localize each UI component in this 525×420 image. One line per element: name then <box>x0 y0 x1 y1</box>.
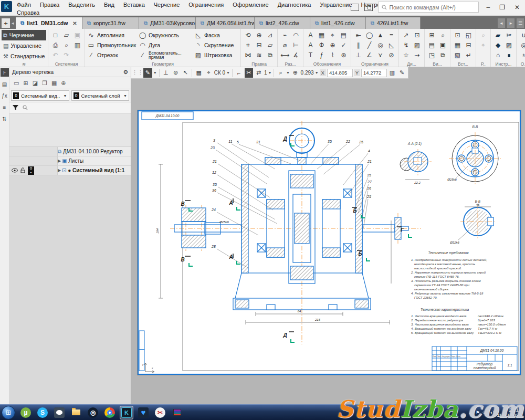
rectangle-button[interactable]: ▭Прямоугольник <box>87 40 138 50</box>
visibility-eye-icon[interactable] <box>12 168 18 173</box>
diagnostic-tool-icon[interactable]: ▨ <box>412 40 423 50</box>
snap-toggle-icon[interactable]: ✂ <box>245 68 254 78</box>
tab-list2-426[interactable]: ⧉list2_426.cdw <box>255 17 310 29</box>
tree-tool-icon[interactable]: ▦ <box>51 80 57 87</box>
constraint-tool-icon[interactable]: ╱ <box>364 40 375 50</box>
tree-tool-icon[interactable]: ❐ <box>42 80 47 87</box>
tree-tool-icon[interactable]: ⊞ <box>23 80 28 87</box>
taskbar-kompas-icon[interactable]: K <box>120 406 133 419</box>
print-icon[interactable]: ⎙ <box>50 40 61 50</box>
taskbar-steam-icon[interactable]: ◎ <box>86 406 100 419</box>
mode-drawing[interactable]: ⧉Черчение <box>2 30 46 40</box>
edit-tool-icon[interactable]: ≋ <box>254 50 265 60</box>
start-button[interactable]: ⊞ <box>2 406 15 419</box>
zoom-tool-icon[interactable]: ⌖ <box>478 40 489 50</box>
dimension-tool-icon[interactable]: ∡ <box>290 50 301 60</box>
notation-tool-icon[interactable]: ⊕ <box>327 40 338 50</box>
taskbar-utorrent-icon[interactable]: µ <box>19 406 33 419</box>
constraint-tool-icon[interactable]: ⊥ <box>353 50 364 60</box>
notation-tool-icon[interactable]: ⌖ <box>327 30 338 40</box>
constraint-tool-icon[interactable]: ∥ <box>353 40 364 50</box>
coordinate-system-icon[interactable]: ⌖ <box>204 68 213 78</box>
constraint-tool-icon[interactable]: ⊘ <box>386 50 397 60</box>
layout-single-icon[interactable] <box>351 4 359 11</box>
redo-icon[interactable]: ↷ <box>61 50 72 60</box>
menu-insert[interactable]: Вставка <box>123 2 145 8</box>
tab-426-list1[interactable]: ⧉426\List1.frw <box>366 17 421 29</box>
tree-panel-icon[interactable]: ⊦ <box>1 68 9 77</box>
insert-tool-icon[interactable]: ⊡ <box>452 30 463 40</box>
notation-tool-icon[interactable]: ƒ <box>316 50 327 60</box>
menu-constraints[interactable]: Ограничения <box>188 2 224 8</box>
new-tab-button[interactable]: + <box>2 18 10 28</box>
notation-tool-icon[interactable]: Ф <box>316 40 327 50</box>
tray-volume-icon[interactable]: ◖) <box>490 410 494 415</box>
dimension-tool-icon[interactable]: ⌁ <box>279 30 290 40</box>
chamfer-button[interactable]: ◺Фаска <box>194 30 239 40</box>
command-search[interactable] <box>378 2 479 13</box>
edit-tool-icon[interactable]: ⋈ <box>243 50 254 60</box>
menu-help[interactable]: Справка <box>17 9 39 16</box>
insert-tool-icon[interactable]: ◱ <box>463 30 474 40</box>
insert-tool-icon[interactable]: ▧ <box>452 50 463 60</box>
o-tool-icon[interactable]: ◎ <box>518 40 525 50</box>
constraint-tool-icon[interactable]: ◺ <box>386 40 397 50</box>
menu-view[interactable]: Вид <box>104 2 114 8</box>
chevron-down-icon[interactable]: ▼ <box>315 71 319 75</box>
open-document-icon[interactable]: ▱ <box>61 30 72 40</box>
view-tool-icon[interactable]: ⌕ <box>437 30 448 40</box>
grip-handle-icon[interactable]: ⋮⋮ <box>133 68 142 78</box>
tab-list1-dm31[interactable]: ⧉ list1_DM31.cdw ✕ <box>16 17 82 29</box>
cursor-icon[interactable]: ↖ <box>181 68 190 78</box>
taskbar-explorer-icon[interactable] <box>69 406 83 419</box>
view-tool-icon[interactable]: ▤ <box>426 40 437 50</box>
tree-tool-icon[interactable]: ⊕ <box>61 80 66 87</box>
text-tool-icon[interactable]: Т <box>305 50 316 60</box>
chevron-down-icon[interactable]: ▼ <box>226 71 230 75</box>
constraint-tool-icon[interactable]: ◎ <box>375 40 386 50</box>
instrument-tool-icon[interactable]: ✂ <box>503 30 514 40</box>
zoom-icon[interactable]: ⊕ <box>291 68 300 78</box>
constraint-tool-icon[interactable]: ▲ <box>375 30 386 40</box>
ruler-icon[interactable]: ▥ <box>388 68 397 78</box>
step-icon[interactable]: ⇄ <box>254 68 263 78</box>
taskbar-chrome-icon[interactable] <box>103 406 117 419</box>
tab-next-icon[interactable]: ▸ <box>507 18 514 28</box>
view-tool-icon[interactable]: ▣ <box>437 40 448 50</box>
taskbar-heart-app-icon[interactable]: ♥ <box>136 406 150 419</box>
print-preview-icon[interactable]: ⌕ <box>61 40 72 50</box>
undo-icon[interactable]: ↶ <box>50 50 61 60</box>
rounding-icon[interactable]: ⊚ <box>171 68 180 78</box>
save-icon[interactable]: ▣ <box>72 30 83 40</box>
dimension-tool-icon[interactable]: ⌀ <box>279 40 290 50</box>
variables-panel-icon[interactable]: ƒx <box>1 91 9 100</box>
constraint-tool-icon[interactable]: ◯ <box>364 30 375 40</box>
insert-tool-icon[interactable]: ▦ <box>452 40 463 50</box>
edit-tool-icon[interactable]: ⟲ <box>243 30 254 40</box>
notation-tool-icon[interactable]: ▤ <box>338 30 349 40</box>
view-tool-icon[interactable]: ◳ <box>426 50 437 60</box>
chevron-down-icon[interactable]: ▼ <box>153 71 157 75</box>
insert-tool-icon[interactable]: ⊟ <box>463 40 474 50</box>
coordinate-system-value[interactable]: СК 0 <box>214 70 225 76</box>
tab-close-icon[interactable]: ✕ <box>72 20 77 26</box>
notation-tool-icon[interactable]: ✓ <box>338 40 349 50</box>
tab-scroll-left-icon[interactable]: ◂ <box>12 18 16 28</box>
menu-manage[interactable]: Управление <box>320 2 352 8</box>
dimension-tool-icon[interactable]: ◠ <box>290 30 301 40</box>
zoom-tool-icon[interactable]: ⌕ <box>478 30 489 40</box>
notation-tool-icon[interactable]: ⌇ <box>327 50 338 60</box>
tray-expand-icon[interactable]: ▲ <box>468 410 473 415</box>
diagnostic-tool-icon[interactable]: ⇢ <box>412 50 423 60</box>
instrument-tool-icon[interactable]: ⌂ <box>492 50 503 60</box>
restore-button[interactable]: ❐ <box>497 4 507 11</box>
save-as-icon[interactable]: ▥ <box>72 40 83 50</box>
instrument-tool-icon[interactable]: ◆ <box>492 40 503 50</box>
current-view-dropdown[interactable]: 0 Системный вид.. ▼ <box>11 90 69 101</box>
search-input[interactable] <box>389 4 473 10</box>
edit-tool-icon[interactable]: ⌗ <box>243 40 254 50</box>
mode-standard-parts[interactable]: ⚒Стандартные изделия <box>2 51 46 61</box>
filter-icon[interactable] <box>13 105 18 110</box>
grid-icon[interactable]: ▦ <box>194 68 203 78</box>
edit-tool-icon[interactable]: ⊕ <box>254 30 265 40</box>
